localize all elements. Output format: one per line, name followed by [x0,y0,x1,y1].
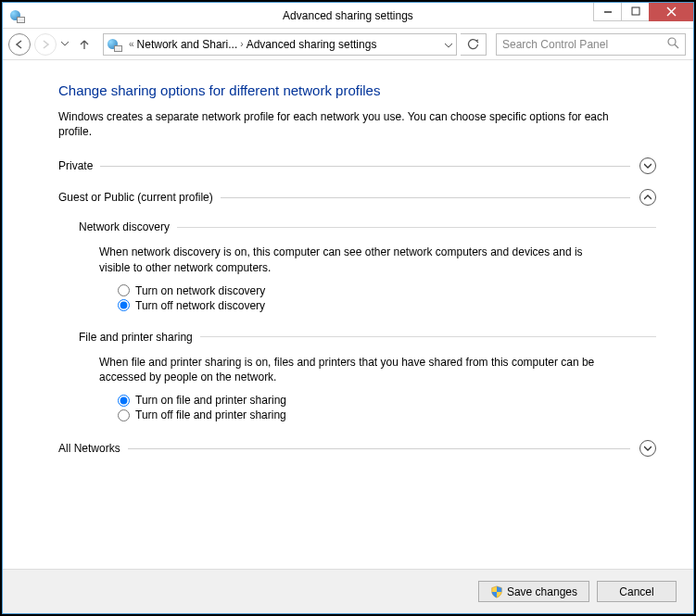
breadcrumb-icon [108,37,122,52]
nav-bar: « Network and Shari... › Advanced sharin… [3,29,693,60]
divider [177,227,656,228]
maximize-button[interactable] [621,3,649,21]
save-changes-button[interactable]: Save changes [478,581,589,602]
window: Advanced sharing settings [2,2,694,614]
maximize-icon [631,6,640,16]
subsection-header: File and printer sharing [79,331,656,344]
divider [200,336,656,337]
chevron-down-icon [644,163,652,169]
radio-group-sharing: Turn on file and printer sharing Turn of… [118,394,656,421]
up-arrow-icon [78,38,91,51]
minimize-icon [603,6,613,16]
subsection-description: When file and printer sharing is on, fil… [99,355,609,384]
forward-arrow-icon [40,39,51,50]
search-input[interactable] [502,38,679,51]
button-label: Save changes [507,585,577,598]
up-button[interactable] [73,33,95,56]
window-title: Advanced sharing settings [283,9,413,22]
radio-input[interactable] [118,409,130,421]
radio-input[interactable] [118,284,130,296]
minimize-button[interactable] [593,3,621,21]
radio-input[interactable] [118,299,130,311]
radio-label: Turn on file and printer sharing [135,394,286,407]
section-header-guest[interactable]: Guest or Public (current profile) [58,189,656,206]
cancel-button[interactable]: Cancel [597,581,677,602]
button-label: Cancel [619,585,653,598]
subsection-network-discovery: Network discovery When network discovery… [79,220,656,311]
chevron-down-icon [61,42,69,46]
search-icon [667,37,679,52]
breadcrumb-item[interactable]: Network and Shari... [137,38,238,51]
section-divider [128,448,630,449]
close-icon [666,6,677,17]
breadcrumb-sep: « [129,39,134,49]
radio-option-discovery-off[interactable]: Turn off network discovery [118,299,656,312]
subsection-header: Network discovery [79,220,656,233]
section-label: Private [58,159,93,172]
history-dropdown[interactable] [60,33,70,56]
back-button[interactable] [8,33,31,56]
radio-group-discovery: Turn on network discovery Turn off netwo… [118,284,656,312]
forward-button[interactable] [34,33,57,56]
chevron-down-icon [644,446,652,451]
expand-button[interactable] [639,157,656,174]
page-title: Change sharing options for different net… [58,82,656,98]
section-divider [100,166,630,167]
radio-input[interactable] [118,395,130,407]
section-label: All Networks [58,442,120,455]
intro-text: Windows creates a separate network profi… [58,109,624,139]
chevron-up-icon [644,195,652,200]
refresh-button[interactable] [461,33,487,56]
subsection-file-sharing: File and printer sharing When file and p… [79,331,656,421]
breadcrumb-item[interactable]: Advanced sharing settings [247,38,377,51]
breadcrumb[interactable]: « Network and Shari... › Advanced sharin… [103,33,457,56]
svg-point-4 [668,38,676,45]
back-arrow-icon [14,39,25,50]
radio-option-sharing-on[interactable]: Turn on file and printer sharing [118,394,656,407]
radio-label: Turn off file and printer sharing [135,409,286,421]
section-label: Guest or Public (current profile) [58,191,213,204]
breadcrumb-chevron-icon: › [240,39,243,49]
title-bar: Advanced sharing settings [3,3,693,29]
close-button[interactable] [649,3,693,21]
breadcrumb-dropdown[interactable] [445,38,452,51]
subsection-title: File and printer sharing [79,331,193,344]
search-box[interactable] [496,33,686,56]
radio-option-discovery-on[interactable]: Turn on network discovery [118,284,656,297]
subsection-description: When network discovery is on, this compu… [99,245,609,274]
uac-shield-icon [490,585,503,598]
collapse-button[interactable] [639,189,656,206]
radio-label: Turn off network discovery [135,299,265,312]
subsection-title: Network discovery [79,220,170,233]
expand-button[interactable] [639,440,656,457]
network-sharing-icon [10,8,25,23]
svg-rect-1 [632,7,639,15]
window-controls [593,3,693,21]
refresh-icon [467,38,480,51]
chevron-down-icon [445,44,452,48]
svg-line-5 [675,44,678,48]
section-divider [221,197,630,198]
section-header-allnetworks[interactable]: All Networks [58,440,656,457]
radio-label: Turn on network discovery [135,284,265,297]
footer: Save changes Cancel [3,569,693,613]
section-header-private[interactable]: Private [58,157,656,174]
radio-option-sharing-off[interactable]: Turn off file and printer sharing [118,409,656,421]
content-area: Change sharing options for different net… [3,60,693,569]
